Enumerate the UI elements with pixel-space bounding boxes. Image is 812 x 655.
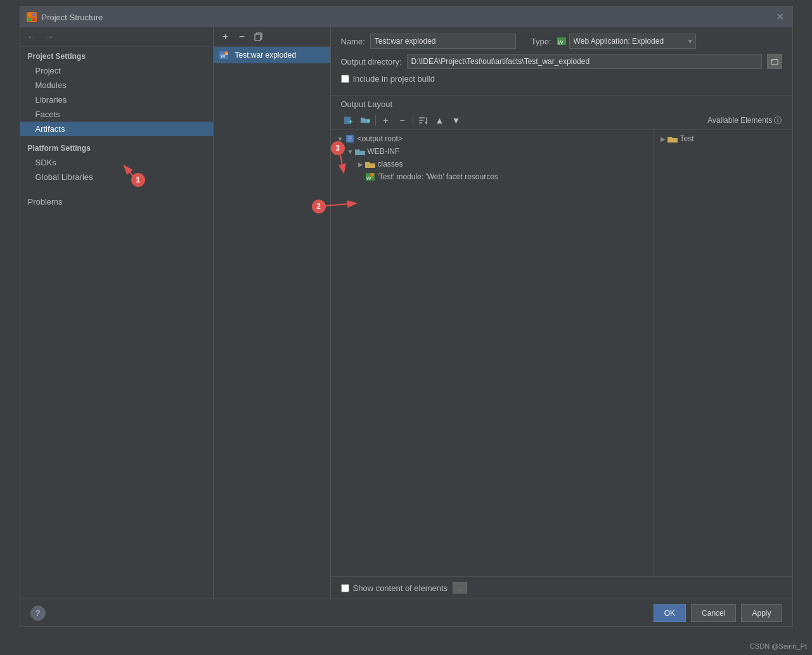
svg-text:W: W [366,175,371,181]
svg-text:W: W [558,39,564,46]
sidebar-item-facets[interactable]: Facets [20,107,213,122]
sidebar-item-artifacts[interactable]: Artifacts [20,122,213,136]
toggle-webinf[interactable]: ▼ [346,147,355,156]
project-settings-header: Project Settings [20,47,213,63]
tree-label-classes: classes [378,160,403,169]
include-in-project-build-row: Include in project build [341,74,782,84]
back-button[interactable]: ← [25,31,38,42]
svg-point-31 [370,173,374,177]
svg-rect-2 [28,18,31,21]
show-content-checkbox[interactable] [341,584,349,592]
include-in-project-build-label[interactable]: Include in project build [353,74,435,84]
name-type-row: Name: Type: W Web Application: Exploded [341,34,782,49]
svg-rect-9 [255,34,261,41]
sidebar-item-project[interactable]: Project [20,63,213,78]
watermark: CSDN @Seirin_Pt [750,642,807,650]
output-layout-tree: ▼ <output root> ▼ [331,130,653,576]
tree-label-web-facet: 'Test' module: 'Web' facet resources [378,172,498,181]
webinf-folder-icon [355,146,365,156]
app-icon [27,12,37,22]
bottom-bar: Show content of elements ... [331,576,792,599]
available-elements-label: Available Elements ⓘ [707,115,782,126]
annotation-badge-2: 2 [312,200,326,213]
tree-item-test[interactable]: ▶ Test [654,132,792,145]
show-content-options-button[interactable]: ... [453,582,467,594]
available-elements-tree: ▶ Test [653,130,792,576]
add-artifact-button[interactable]: + [219,30,233,44]
add-module-button[interactable] [341,113,356,128]
tree-label-webinf: WEB-INF [368,147,400,156]
toolbar-separator-2 [413,115,413,126]
classes-folder-icon [365,159,375,169]
web-facet-icon: W [365,172,375,182]
show-content-row: Show content of elements [341,583,448,593]
problems-section: Problems [20,194,213,209]
add-element-button[interactable]: + [378,113,394,128]
ok-button[interactable]: OK [654,604,686,622]
dialog-footer: ? OK Cancel Apply [20,599,792,626]
title-bar: Project Structure ✕ [20,7,792,27]
sidebar-item-sdks[interactable]: SDKs [20,155,213,170]
artifact-name: Test:war exploded [235,51,297,60]
add-folder-button[interactable] [358,113,373,128]
project-settings-section: Project Settings Project Modules Librari… [20,47,213,136]
svg-rect-1 [32,13,35,16]
detail-top-section: Name: Type: W Web Application: Exploded [331,27,792,96]
sidebar-item-problems[interactable]: Problems [20,194,213,209]
tree-area: ▼ <output root> ▼ [331,130,792,576]
tree-label-output-root: <output root> [358,134,403,143]
artifact-item-test-war[interactable]: W ⚙ Test:war exploded [214,47,330,63]
output-layout-header: Output Layout [331,96,792,111]
remove-artifact-button[interactable]: − [235,30,249,44]
include-in-project-build-checkbox[interactable] [341,75,349,83]
sidebar-item-modules[interactable]: Modules [20,78,213,92]
move-down-button[interactable]: ▼ [449,113,464,128]
sort-button[interactable] [416,113,431,128]
close-button[interactable]: ✕ [776,12,786,22]
svg-rect-0 [28,13,31,16]
forward-button[interactable]: → [43,31,56,42]
output-directory-label: Output directory: [341,57,402,67]
type-label: Type: [531,37,551,46]
copy-artifact-button[interactable] [252,30,266,44]
toggle-web-facet [356,172,365,181]
annotation-badge-1: 1 [131,173,145,187]
annotation-badge-3: 3 [331,141,345,155]
remove-element-button[interactable]: − [395,113,410,128]
sidebar: ← → Project Settings Project Modules Lib… [20,27,214,599]
name-label: Name: [341,37,365,46]
sidebar-item-global-libraries[interactable]: Global Libraries [20,170,213,184]
window-title: Project Structure [42,13,103,22]
sidebar-item-libraries[interactable]: Libraries [20,92,213,107]
sidebar-nav-bar: ← → [20,27,213,47]
cancel-button[interactable]: Cancel [691,604,736,622]
tree-item-web-facet[interactable]: W 'Test' module: 'Web' facet resources [331,170,653,183]
toggle-classes[interactable]: ▶ [356,160,365,169]
tree-item-output-root[interactable]: ▼ <output root> [331,132,653,145]
tree-item-classes[interactable]: ▶ classes [331,158,653,170]
svg-rect-3 [32,18,35,21]
test-folder-icon [667,134,678,144]
output-directory-input[interactable] [407,54,762,69]
platform-settings-header: Platform Settings [20,139,213,155]
type-select-wrapper: W Web Application: Exploded ▼ [557,34,696,49]
help-button[interactable]: ? [30,606,46,621]
artifact-list-panel: + − W ⚙ Test:w [214,27,331,599]
platform-settings-section: Platform Settings SDKs Global Libraries [20,139,213,184]
artifact-toolbar: + − [214,27,330,47]
output-dir-row: Output directory: [341,54,782,69]
show-content-label[interactable]: Show content of elements [353,583,448,593]
move-up-button[interactable]: ▲ [432,113,448,128]
type-select[interactable]: Web Application: Exploded [569,34,696,49]
browse-output-dir-button[interactable] [767,54,782,69]
artifact-war-icon: W ⚙ [219,50,229,60]
output-layout-toolbar: + − ▲ ▼ Available Elements ⓘ [331,111,792,130]
name-input[interactable] [370,34,516,49]
tree-label-test: Test [680,134,694,143]
detail-panel: Name: Type: W Web Application: Exploded [331,27,792,599]
tree-item-webinf[interactable]: ▼ WEB-INF [331,145,653,158]
apply-button[interactable]: Apply [741,604,782,622]
toggle-test[interactable]: ▶ [659,134,667,143]
svg-rect-17 [344,117,351,124]
output-root-icon [345,134,355,144]
